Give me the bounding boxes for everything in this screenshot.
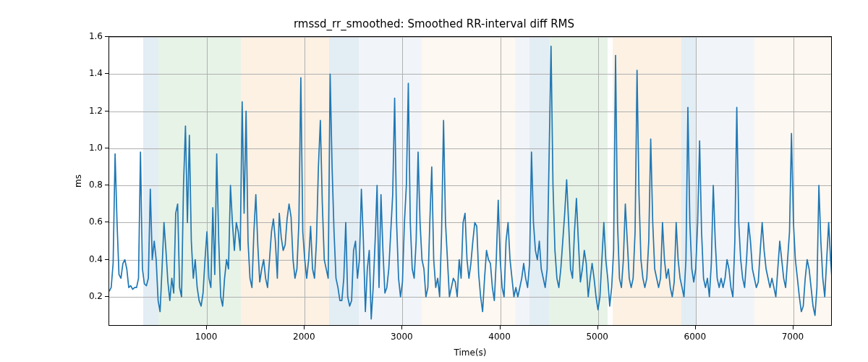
y-axis-label: ms xyxy=(73,174,83,188)
x-tick-label: 3000 xyxy=(391,332,413,342)
line-series xyxy=(109,37,831,325)
x-tick-label: 5000 xyxy=(586,332,608,342)
figure: rmssd_rr_smoothed: Smoothed RR-interval … xyxy=(0,0,868,362)
x-tick-label: 1000 xyxy=(195,332,218,342)
x-tick-label: 2000 xyxy=(293,332,315,342)
y-tick-label: 1.6 xyxy=(84,31,103,41)
y-tick-label: 1.0 xyxy=(84,143,103,153)
y-tick-label: 0.4 xyxy=(84,254,103,264)
x-tick-label: 6000 xyxy=(684,332,707,342)
y-tick-label: 1.2 xyxy=(84,106,103,116)
y-tick-label: 0.8 xyxy=(84,180,103,190)
x-tick-label: 7000 xyxy=(782,332,804,342)
y-tick-label: 0.6 xyxy=(84,216,103,227)
plot-area xyxy=(109,36,832,326)
y-tick-label: 0.2 xyxy=(84,291,103,301)
chart-title: rmssd_rr_smoothed: Smoothed RR-interval … xyxy=(0,17,868,30)
y-tick-label: 1.4 xyxy=(84,68,103,78)
x-axis-label: Time(s) xyxy=(454,348,487,358)
x-tick-label: 4000 xyxy=(488,332,511,342)
